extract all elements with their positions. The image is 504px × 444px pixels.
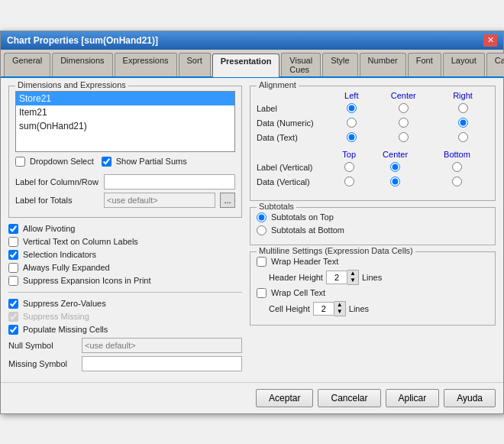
aplicar-button[interactable]: Aplicar xyxy=(386,389,440,407)
null-symbol-input[interactable] xyxy=(82,338,242,353)
missing-symbol-input[interactable] xyxy=(82,356,242,371)
subtotals-at-bottom-row: Subtotals at Bottom xyxy=(257,225,489,235)
wrap-cell-text-row: Wrap Cell Text xyxy=(257,288,489,298)
cancelar-button[interactable]: Cancelar xyxy=(318,389,380,407)
data-vert-center-radio[interactable] xyxy=(390,177,400,186)
show-partial-sums-checkbox[interactable] xyxy=(102,157,111,167)
missing-symbol-label: Missing Symbol xyxy=(8,359,77,368)
cell-height-spinner-buttons: ▲ ▼ xyxy=(334,301,346,316)
aceptar-button[interactable]: Aceptar xyxy=(256,389,313,407)
tab-font[interactable]: Font xyxy=(408,53,441,76)
cell-height-spinner: ▲ ▼ xyxy=(313,301,346,316)
tab-visual-cues[interactable]: Visual Cues xyxy=(281,53,321,76)
text-center-radio[interactable] xyxy=(399,132,409,142)
wrap-header-text-row: Wrap Header Text xyxy=(257,257,489,267)
dropdown-select-row: Dropdown Select xyxy=(15,157,94,167)
left-column: Dimensions and Expressions Store21 Item2… xyxy=(8,86,242,374)
list-item-sumonhand21[interactable]: sum(OnHand21) xyxy=(16,119,234,133)
tab-general[interactable]: General xyxy=(4,53,50,76)
label-center-radio[interactable] xyxy=(399,103,409,113)
tab-dimensions[interactable]: Dimensions xyxy=(52,53,112,76)
data-numeric-row-label: Data (Numeric) xyxy=(257,116,333,131)
subtotals-bottom-radio[interactable] xyxy=(257,225,267,235)
selection-indicators-row: Selection Indicators xyxy=(8,250,242,260)
label-totals-input[interactable] xyxy=(104,193,215,208)
label-vert-top-radio[interactable] xyxy=(344,162,354,172)
alignment-table: Left Center Right Label xyxy=(257,91,489,145)
ayuda-button[interactable]: Ayuda xyxy=(444,389,496,407)
label-right-radio[interactable] xyxy=(458,103,468,113)
dropdown-select-checkbox[interactable] xyxy=(15,157,25,167)
suppress-zero-checkbox[interactable] xyxy=(8,299,18,309)
checkboxes-group2: Suppress Zero-Values Suppress Missing Po… xyxy=(8,299,242,335)
tab-caption[interactable]: Caption xyxy=(486,53,504,76)
list-item-item21[interactable]: Item21 xyxy=(16,105,234,119)
tab-expressions[interactable]: Expressions xyxy=(115,53,177,76)
dimensions-listbox[interactable]: Store21 Item21 sum(OnHand21) xyxy=(15,91,235,152)
header-height-row: Header Height ▲ ▼ Lines xyxy=(269,270,489,285)
lower-left: Allow Pivoting Vertical Text on Column L… xyxy=(8,224,242,371)
vertical-text-label: Vertical Text on Column Labels xyxy=(23,237,138,246)
subtotals-top-radio[interactable] xyxy=(257,212,267,222)
populate-missing-row: Populate Missing Cells xyxy=(8,325,242,335)
header-height-spinner-buttons: ▲ ▼ xyxy=(347,270,359,285)
cell-height-down-button[interactable]: ▼ xyxy=(334,309,345,316)
data-text-row-label: Data (Text) xyxy=(257,131,333,145)
tab-presentation[interactable]: Presentation xyxy=(212,53,280,77)
data-vertical-row-label: Data (Vertical) xyxy=(257,175,333,190)
label-column-row-input[interactable] xyxy=(104,174,235,190)
selection-indicators-label: Selection Indicators xyxy=(23,250,96,259)
dimensions-expressions-title: Dimensions and Expressions xyxy=(15,80,128,89)
wrap-cell-text-checkbox[interactable] xyxy=(257,288,267,298)
col-header-left: Left xyxy=(333,91,370,102)
always-fully-expanded-row: Always Fully Expanded xyxy=(8,263,242,273)
cell-height-input[interactable] xyxy=(313,302,334,316)
tab-style[interactable]: Style xyxy=(322,53,357,76)
label-row-label: Label xyxy=(257,102,333,116)
dimensions-expressions-group: Dimensions and Expressions Store21 Item2… xyxy=(8,86,242,218)
list-item-store21[interactable]: Store21 xyxy=(16,92,234,105)
label-vert-center-radio[interactable] xyxy=(390,162,400,172)
label-vert-bottom-radio[interactable] xyxy=(452,162,462,172)
vertical-text-checkbox[interactable] xyxy=(8,237,18,247)
header-height-down-button[interactable]: ▼ xyxy=(347,277,358,284)
label-column-row-label: Label for Column/Row xyxy=(15,177,99,186)
null-symbol-row: Null Symbol xyxy=(8,338,242,353)
tab-sort[interactable]: Sort xyxy=(179,53,211,76)
null-symbol-label: Null Symbol xyxy=(8,341,77,350)
suppress-missing-checkbox xyxy=(8,312,18,322)
dropdown-select-label: Dropdown Select xyxy=(30,157,94,166)
data-vert-bottom-radio[interactable] xyxy=(452,177,462,186)
always-fully-expanded-checkbox[interactable] xyxy=(8,263,18,273)
selection-indicators-checkbox[interactable] xyxy=(8,250,18,260)
populate-missing-checkbox[interactable] xyxy=(8,325,18,335)
header-lines-label: Lines xyxy=(362,273,382,282)
show-partial-sums-label: Show Partial Sums xyxy=(116,157,187,166)
numeric-center-radio[interactable] xyxy=(399,118,409,128)
window-title: Chart Properties [sum(OnHand21)] xyxy=(7,35,158,46)
subtotals-bottom-label: Subtotals at Bottom xyxy=(271,225,344,235)
col-header-right: Right xyxy=(437,91,489,102)
suppress-expansion-checkbox[interactable] xyxy=(8,276,18,286)
data-vert-top-radio[interactable] xyxy=(344,177,354,186)
multiline-group: Multiline Settings (Expression Data Cell… xyxy=(250,251,496,326)
col-header-center2: Center xyxy=(365,150,425,160)
numeric-right-radio[interactable] xyxy=(458,118,468,128)
header-height-label: Header Height xyxy=(269,273,323,282)
col-header-bottom: Bottom xyxy=(425,150,489,160)
label-left-radio[interactable] xyxy=(347,103,357,113)
close-button[interactable]: ✕ xyxy=(483,34,497,47)
text-right-radio[interactable] xyxy=(458,132,468,142)
table-row: Label (Vertical) xyxy=(257,160,489,175)
label-totals-dots-button[interactable]: ... xyxy=(220,193,235,208)
wrap-header-text-checkbox[interactable] xyxy=(257,257,267,267)
numeric-left-radio[interactable] xyxy=(347,118,357,128)
tab-number[interactable]: Number xyxy=(360,53,406,76)
populate-missing-label: Populate Missing Cells xyxy=(23,325,108,334)
alignment-table-vertical: Top Center Bottom Label (Vertical) xyxy=(257,150,489,190)
text-left-radio[interactable] xyxy=(347,132,357,142)
header-height-input[interactable] xyxy=(326,271,347,284)
allow-pivoting-checkbox[interactable] xyxy=(8,224,18,234)
alignment-title: Alignment xyxy=(257,80,299,89)
tab-layout[interactable]: Layout xyxy=(443,53,485,76)
